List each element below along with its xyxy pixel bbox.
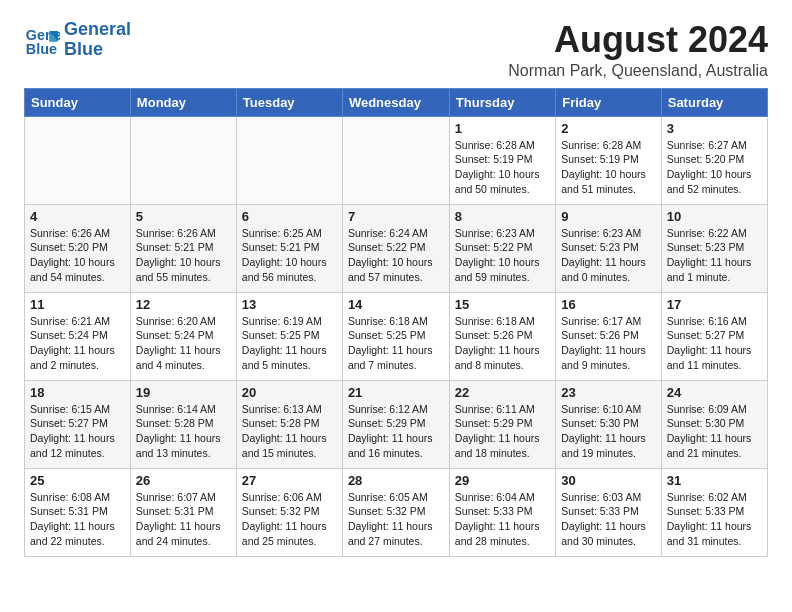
calendar-cell [236, 116, 342, 204]
week-row-3: 11Sunrise: 6:21 AM Sunset: 5:24 PM Dayli… [25, 292, 768, 380]
calendar-cell: 2Sunrise: 6:28 AM Sunset: 5:19 PM Daylig… [556, 116, 662, 204]
day-number: 19 [136, 385, 231, 400]
calendar-cell: 11Sunrise: 6:21 AM Sunset: 5:24 PM Dayli… [25, 292, 131, 380]
day-number: 26 [136, 473, 231, 488]
day-info: Sunrise: 6:15 AM Sunset: 5:27 PM Dayligh… [30, 402, 125, 461]
day-of-week-wednesday: Wednesday [342, 88, 449, 116]
day-of-week-thursday: Thursday [449, 88, 555, 116]
day-info: Sunrise: 6:18 AM Sunset: 5:25 PM Dayligh… [348, 314, 444, 373]
day-number: 28 [348, 473, 444, 488]
day-number: 6 [242, 209, 337, 224]
day-info: Sunrise: 6:05 AM Sunset: 5:32 PM Dayligh… [348, 490, 444, 549]
day-number: 2 [561, 121, 656, 136]
day-info: Sunrise: 6:07 AM Sunset: 5:31 PM Dayligh… [136, 490, 231, 549]
day-number: 30 [561, 473, 656, 488]
calendar-cell: 17Sunrise: 6:16 AM Sunset: 5:27 PM Dayli… [661, 292, 767, 380]
day-info: Sunrise: 6:16 AM Sunset: 5:27 PM Dayligh… [667, 314, 762, 373]
calendar-cell: 22Sunrise: 6:11 AM Sunset: 5:29 PM Dayli… [449, 380, 555, 468]
day-of-week-sunday: Sunday [25, 88, 131, 116]
calendar-cell: 15Sunrise: 6:18 AM Sunset: 5:26 PM Dayli… [449, 292, 555, 380]
day-number: 12 [136, 297, 231, 312]
calendar-cell: 26Sunrise: 6:07 AM Sunset: 5:31 PM Dayli… [130, 468, 236, 556]
day-number: 18 [30, 385, 125, 400]
logo-blue: Blue [64, 40, 131, 60]
week-row-1: 1Sunrise: 6:28 AM Sunset: 5:19 PM Daylig… [25, 116, 768, 204]
title-area: August 2024 Norman Park, Queensland, Aus… [508, 20, 768, 80]
day-info: Sunrise: 6:20 AM Sunset: 5:24 PM Dayligh… [136, 314, 231, 373]
day-number: 21 [348, 385, 444, 400]
day-number: 1 [455, 121, 550, 136]
calendar-cell: 23Sunrise: 6:10 AM Sunset: 5:30 PM Dayli… [556, 380, 662, 468]
day-info: Sunrise: 6:11 AM Sunset: 5:29 PM Dayligh… [455, 402, 550, 461]
day-info: Sunrise: 6:17 AM Sunset: 5:26 PM Dayligh… [561, 314, 656, 373]
logo-icon: General Blue [24, 22, 60, 58]
calendar-cell: 9Sunrise: 6:23 AM Sunset: 5:23 PM Daylig… [556, 204, 662, 292]
calendar-cell [342, 116, 449, 204]
calendar-cell: 27Sunrise: 6:06 AM Sunset: 5:32 PM Dayli… [236, 468, 342, 556]
calendar-cell: 18Sunrise: 6:15 AM Sunset: 5:27 PM Dayli… [25, 380, 131, 468]
day-info: Sunrise: 6:28 AM Sunset: 5:19 PM Dayligh… [455, 138, 550, 197]
day-info: Sunrise: 6:04 AM Sunset: 5:33 PM Dayligh… [455, 490, 550, 549]
day-number: 23 [561, 385, 656, 400]
day-number: 31 [667, 473, 762, 488]
day-number: 14 [348, 297, 444, 312]
day-info: Sunrise: 6:10 AM Sunset: 5:30 PM Dayligh… [561, 402, 656, 461]
calendar-cell: 29Sunrise: 6:04 AM Sunset: 5:33 PM Dayli… [449, 468, 555, 556]
svg-text:Blue: Blue [26, 41, 57, 57]
day-info: Sunrise: 6:18 AM Sunset: 5:26 PM Dayligh… [455, 314, 550, 373]
day-info: Sunrise: 6:13 AM Sunset: 5:28 PM Dayligh… [242, 402, 337, 461]
day-info: Sunrise: 6:26 AM Sunset: 5:21 PM Dayligh… [136, 226, 231, 285]
day-info: Sunrise: 6:24 AM Sunset: 5:22 PM Dayligh… [348, 226, 444, 285]
day-number: 8 [455, 209, 550, 224]
calendar-cell: 1Sunrise: 6:28 AM Sunset: 5:19 PM Daylig… [449, 116, 555, 204]
day-number: 24 [667, 385, 762, 400]
day-number: 29 [455, 473, 550, 488]
calendar-cell: 12Sunrise: 6:20 AM Sunset: 5:24 PM Dayli… [130, 292, 236, 380]
logo: General Blue General Blue [24, 20, 131, 60]
day-info: Sunrise: 6:22 AM Sunset: 5:23 PM Dayligh… [667, 226, 762, 285]
main-title: August 2024 [508, 20, 768, 60]
calendar-cell: 13Sunrise: 6:19 AM Sunset: 5:25 PM Dayli… [236, 292, 342, 380]
calendar-cell: 24Sunrise: 6:09 AM Sunset: 5:30 PM Dayli… [661, 380, 767, 468]
day-number: 17 [667, 297, 762, 312]
day-number: 5 [136, 209, 231, 224]
calendar-cell: 21Sunrise: 6:12 AM Sunset: 5:29 PM Dayli… [342, 380, 449, 468]
calendar-cell: 7Sunrise: 6:24 AM Sunset: 5:22 PM Daylig… [342, 204, 449, 292]
day-of-week-monday: Monday [130, 88, 236, 116]
day-info: Sunrise: 6:14 AM Sunset: 5:28 PM Dayligh… [136, 402, 231, 461]
calendar-cell [25, 116, 131, 204]
day-number: 16 [561, 297, 656, 312]
day-of-week-saturday: Saturday [661, 88, 767, 116]
day-info: Sunrise: 6:09 AM Sunset: 5:30 PM Dayligh… [667, 402, 762, 461]
day-of-week-friday: Friday [556, 88, 662, 116]
day-number: 10 [667, 209, 762, 224]
day-number: 4 [30, 209, 125, 224]
calendar-cell: 25Sunrise: 6:08 AM Sunset: 5:31 PM Dayli… [25, 468, 131, 556]
logo-general: General [64, 20, 131, 40]
header: General Blue General Blue August 2024 No… [24, 20, 768, 80]
day-number: 15 [455, 297, 550, 312]
day-info: Sunrise: 6:06 AM Sunset: 5:32 PM Dayligh… [242, 490, 337, 549]
day-number: 25 [30, 473, 125, 488]
calendar-cell: 3Sunrise: 6:27 AM Sunset: 5:20 PM Daylig… [661, 116, 767, 204]
day-info: Sunrise: 6:02 AM Sunset: 5:33 PM Dayligh… [667, 490, 762, 549]
day-info: Sunrise: 6:12 AM Sunset: 5:29 PM Dayligh… [348, 402, 444, 461]
calendar-cell: 31Sunrise: 6:02 AM Sunset: 5:33 PM Dayli… [661, 468, 767, 556]
day-number: 7 [348, 209, 444, 224]
calendar-cell: 6Sunrise: 6:25 AM Sunset: 5:21 PM Daylig… [236, 204, 342, 292]
calendar-cell: 4Sunrise: 6:26 AM Sunset: 5:20 PM Daylig… [25, 204, 131, 292]
day-info: Sunrise: 6:28 AM Sunset: 5:19 PM Dayligh… [561, 138, 656, 197]
day-info: Sunrise: 6:19 AM Sunset: 5:25 PM Dayligh… [242, 314, 337, 373]
calendar: SundayMondayTuesdayWednesdayThursdayFrid… [24, 88, 768, 557]
day-number: 27 [242, 473, 337, 488]
day-number: 3 [667, 121, 762, 136]
calendar-cell: 30Sunrise: 6:03 AM Sunset: 5:33 PM Dayli… [556, 468, 662, 556]
calendar-cell: 16Sunrise: 6:17 AM Sunset: 5:26 PM Dayli… [556, 292, 662, 380]
day-info: Sunrise: 6:23 AM Sunset: 5:23 PM Dayligh… [561, 226, 656, 285]
calendar-header-row: SundayMondayTuesdayWednesdayThursdayFrid… [25, 88, 768, 116]
calendar-cell: 10Sunrise: 6:22 AM Sunset: 5:23 PM Dayli… [661, 204, 767, 292]
day-info: Sunrise: 6:08 AM Sunset: 5:31 PM Dayligh… [30, 490, 125, 549]
week-row-5: 25Sunrise: 6:08 AM Sunset: 5:31 PM Dayli… [25, 468, 768, 556]
week-row-4: 18Sunrise: 6:15 AM Sunset: 5:27 PM Dayli… [25, 380, 768, 468]
day-info: Sunrise: 6:26 AM Sunset: 5:20 PM Dayligh… [30, 226, 125, 285]
